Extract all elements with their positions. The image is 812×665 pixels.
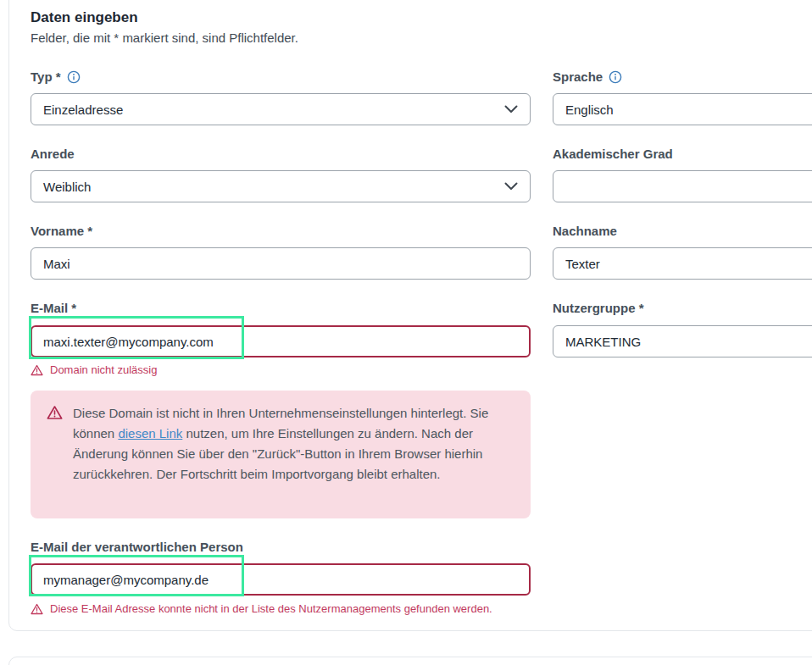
import-form-page: Daten eingeben Felder, die mit * markier… xyxy=(0,0,812,665)
anrede-select[interactable]: Weiblich xyxy=(31,170,531,202)
chevron-down-icon xyxy=(504,182,518,191)
nachname-input[interactable] xyxy=(565,248,812,279)
sprache-select[interactable]: Englisch xyxy=(553,93,812,125)
vorname-field xyxy=(31,247,531,280)
alert-message: Diese Domain ist nicht in Ihren Unterneh… xyxy=(73,403,509,485)
domain-warning-alert: Diese Domain ist nicht in Ihren Unterneh… xyxy=(31,391,531,518)
info-icon[interactable] xyxy=(67,70,81,84)
warning-icon xyxy=(47,405,63,424)
email-verantwortlich-label: E-Mail der verantwortlichen Person xyxy=(31,540,243,554)
email-error: Domain nicht zulässig xyxy=(31,363,157,376)
chevron-down-icon xyxy=(504,105,518,114)
warning-icon xyxy=(31,364,43,376)
nutzergruppe-label: Nutzergruppe * xyxy=(553,301,644,315)
email-verantwortlich-field xyxy=(31,563,531,596)
email-field xyxy=(31,325,531,357)
settings-link[interactable]: diesen Link xyxy=(118,426,182,441)
required-fields-hint: Felder, die mit * markiert sind, sind Pf… xyxy=(31,30,298,45)
warning-icon xyxy=(31,603,43,615)
akademischer-grad-field xyxy=(553,170,812,202)
nachname-label: Nachname xyxy=(553,224,617,238)
email-label: E-Mail * xyxy=(31,301,76,315)
nutzergruppe-select[interactable]: MARKETING xyxy=(553,325,812,357)
vorname-label: Vorname * xyxy=(31,224,92,238)
akademischer-grad-input[interactable] xyxy=(565,171,812,202)
email-input[interactable] xyxy=(43,327,518,356)
vorname-input[interactable] xyxy=(43,248,518,279)
page-title: Daten eingeben xyxy=(31,9,138,26)
email-verantwortlich-input[interactable] xyxy=(43,565,518,594)
email-verantwortlich-error: Diese E-Mail Adresse konnte nicht in der… xyxy=(31,602,492,615)
typ-select[interactable]: Einzeladresse xyxy=(31,93,531,125)
anrede-label: Anrede xyxy=(31,147,75,161)
info-icon[interactable] xyxy=(609,70,622,84)
akademischer-grad-label: Akademischer Grad xyxy=(553,147,673,161)
sprache-label: Sprache xyxy=(553,69,622,84)
nachname-field xyxy=(553,247,812,280)
typ-label: Typ * xyxy=(31,69,81,84)
next-section-card xyxy=(8,657,812,665)
